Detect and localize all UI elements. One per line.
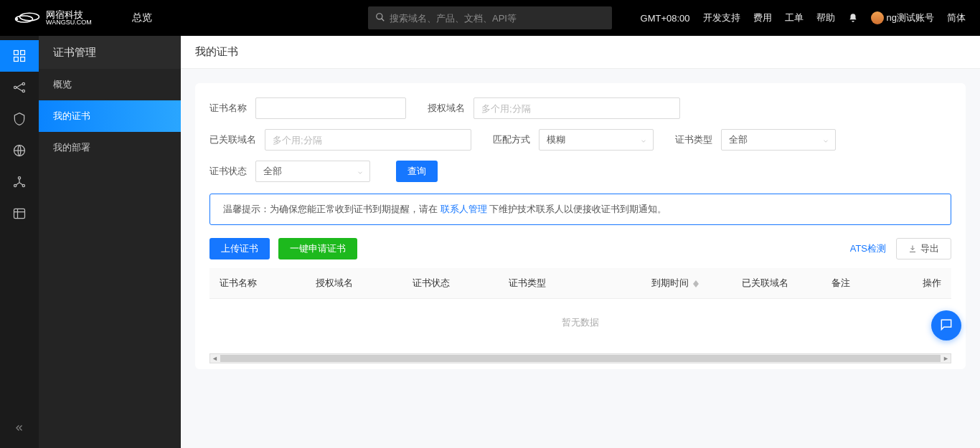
left-rail xyxy=(0,36,39,448)
col-linked-domain[interactable]: 已关联域名 xyxy=(709,268,821,299)
nav-billing[interactable]: 费用 xyxy=(753,11,772,24)
col-operations[interactable]: 操作 xyxy=(886,268,951,299)
scroll-right-icon: ► xyxy=(941,354,951,363)
svg-rect-8 xyxy=(21,57,25,62)
notice-suffix: 下维护技术联系人以便接收证书到期通知。 xyxy=(487,204,667,214)
language-selector[interactable]: 简体 xyxy=(947,11,966,24)
cert-table: 证书名称 授权域名 证书状态 证书类型 到期时间 已关联域名 备注 操作 xyxy=(209,268,951,346)
svg-point-10 xyxy=(22,82,24,85)
linked-domain-label: 已关联域名 xyxy=(209,133,256,146)
cert-name-label: 证书名称 xyxy=(209,102,247,115)
svg-rect-6 xyxy=(21,51,25,55)
rail-item-security[interactable] xyxy=(0,103,39,135)
col-remark[interactable]: 备注 xyxy=(821,268,887,299)
global-search[interactable] xyxy=(368,6,612,29)
nav-help[interactable]: 帮助 xyxy=(816,11,835,24)
main-content: 我的证书 证书名称 授权域名 已关联域名 匹配方式 模糊 xyxy=(181,36,980,448)
cert-status-label: 证书状态 xyxy=(209,165,247,178)
sidebar-item-label: 我的部署 xyxy=(53,141,90,154)
chevron-double-left-icon xyxy=(14,423,24,435)
chevron-down-icon xyxy=(640,136,647,143)
notice-contacts-link[interactable]: 联系人管理 xyxy=(440,204,487,214)
timezone-selector[interactable]: GMT+08:00 xyxy=(641,13,690,24)
avatar xyxy=(871,11,884,24)
search-icon xyxy=(375,12,390,24)
page-title: 我的证书 xyxy=(181,36,980,69)
sidebar-item-label: 我的证书 xyxy=(53,110,90,123)
sort-icon xyxy=(693,280,699,287)
notice-banner: 温馨提示：为确保您能正常收到证书到期提醒，请在 联系人管理 下维护技术联系人以便… xyxy=(209,194,951,225)
chat-icon xyxy=(939,318,953,334)
cert-type-value: 全部 xyxy=(729,133,748,146)
svg-point-9 xyxy=(14,86,17,88)
chat-support-fab[interactable] xyxy=(931,310,961,340)
brand-logo-mark xyxy=(14,9,40,27)
global-search-input[interactable] xyxy=(390,13,605,24)
rail-item-network[interactable] xyxy=(0,72,39,103)
col-cert-name[interactable]: 证书名称 xyxy=(209,268,306,299)
col-expire[interactable]: 到期时间 xyxy=(595,268,709,299)
svg-line-4 xyxy=(382,18,385,21)
notice-prefix: 温馨提示：为确保您能正常收到证书到期提醒，请在 xyxy=(223,204,440,214)
col-expire-label: 到期时间 xyxy=(651,277,689,288)
scrollbar-thumb[interactable] xyxy=(220,355,941,362)
rail-collapse-toggle[interactable] xyxy=(0,418,39,439)
brand-logo[interactable]: 网宿科技 WANGSU.COM xyxy=(14,9,92,27)
cert-status-value: 全部 xyxy=(263,165,282,178)
brand-name-en: WANGSU.COM xyxy=(46,19,92,26)
nav-overview[interactable]: 总览 xyxy=(132,11,152,24)
rail-item-dashboard[interactable] xyxy=(0,40,39,72)
chevron-down-icon xyxy=(357,168,364,175)
scroll-left-icon: ◄ xyxy=(210,354,220,363)
rail-item-nodes[interactable] xyxy=(0,166,39,198)
match-mode-select[interactable]: 模糊 xyxy=(539,129,654,151)
col-cert-status[interactable]: 证书状态 xyxy=(402,268,499,299)
query-button[interactable]: 查询 xyxy=(396,161,438,182)
upload-cert-button[interactable]: 上传证书 xyxy=(209,238,270,259)
sidebar: 证书管理 概览 我的证书 我的部署 xyxy=(39,36,181,448)
nav-dev-support[interactable]: 开发支持 xyxy=(703,11,740,24)
account-menu[interactable]: ng测试账号 xyxy=(871,11,934,24)
cert-type-label: 证书类型 xyxy=(675,133,712,146)
cert-name-input[interactable] xyxy=(255,97,406,119)
sidebar-item-my-certs[interactable]: 我的证书 xyxy=(39,100,181,132)
nav-tickets[interactable]: 工单 xyxy=(785,11,804,24)
sidebar-item-my-deployments[interactable]: 我的部署 xyxy=(39,132,181,163)
linked-domain-input[interactable] xyxy=(265,129,471,151)
sidebar-item-overview[interactable]: 概览 xyxy=(39,69,181,100)
svg-point-11 xyxy=(22,90,24,92)
ats-check-link[interactable]: ATS检测 xyxy=(850,242,886,255)
auth-domain-label: 授权域名 xyxy=(428,102,465,115)
rail-item-data[interactable] xyxy=(0,198,39,229)
export-button[interactable]: 导出 xyxy=(896,238,951,259)
quick-apply-cert-button[interactable]: 一键申请证书 xyxy=(278,238,357,259)
match-mode-value: 模糊 xyxy=(547,133,565,146)
account-name: ng测试账号 xyxy=(887,11,934,24)
sidebar-item-label: 概览 xyxy=(53,78,72,91)
chevron-down-icon xyxy=(822,136,829,143)
notifications-icon[interactable] xyxy=(848,13,858,23)
svg-rect-16 xyxy=(14,209,25,218)
col-auth-domain[interactable]: 授权域名 xyxy=(306,268,402,299)
svg-point-13 xyxy=(18,177,20,179)
match-mode-label: 匹配方式 xyxy=(493,133,530,146)
auth-domain-input[interactable] xyxy=(473,97,680,119)
svg-point-2 xyxy=(16,18,18,20)
sidebar-title: 证书管理 xyxy=(39,36,181,69)
export-label: 导出 xyxy=(920,242,939,255)
svg-point-3 xyxy=(377,13,382,19)
table-empty: 暂无数据 xyxy=(209,299,951,347)
col-cert-type[interactable]: 证书类型 xyxy=(499,268,595,299)
content-panel: 证书名称 授权域名 已关联域名 匹配方式 模糊 证书类型 xyxy=(195,83,966,369)
export-icon xyxy=(908,244,917,253)
svg-rect-5 xyxy=(14,51,19,55)
rail-item-globe[interactable] xyxy=(0,135,39,166)
horizontal-scrollbar[interactable]: ◄ ► xyxy=(209,353,951,363)
topbar: 网宿科技 WANGSU.COM 总览 GMT+08:00 开发支持 费用 工单 … xyxy=(0,0,980,36)
cert-type-select[interactable]: 全部 xyxy=(721,129,836,151)
svg-rect-7 xyxy=(14,57,19,62)
cert-status-select[interactable]: 全部 xyxy=(255,161,370,182)
